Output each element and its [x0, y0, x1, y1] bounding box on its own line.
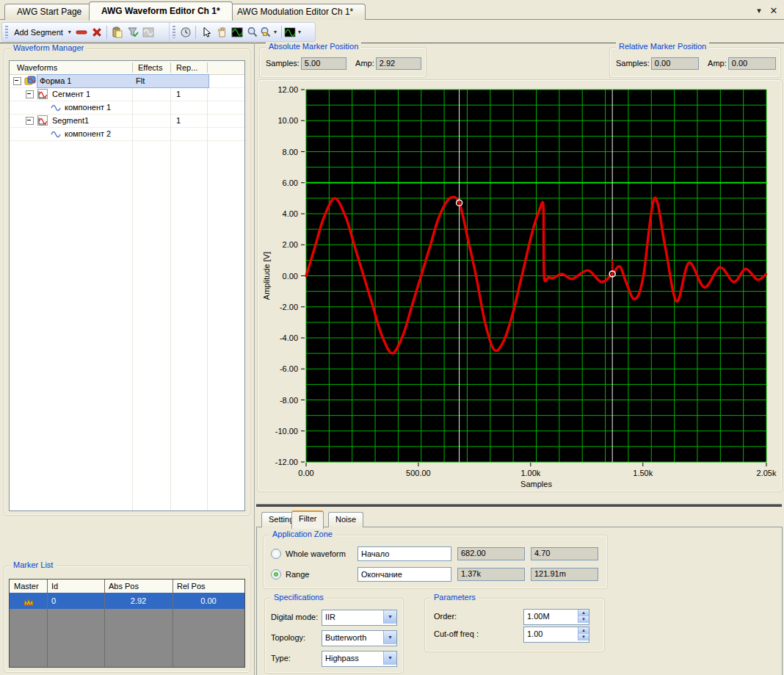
abs-samples-field[interactable]: 5.00	[301, 57, 346, 70]
filter-effect-button[interactable]	[125, 24, 140, 40]
expander-collapse-icon[interactable]	[26, 117, 34, 125]
marker-list-title: Marker List	[10, 560, 56, 569]
close-tab-button[interactable]: ✕	[768, 6, 780, 16]
col-header-waveforms[interactable]: Waveforms	[11, 61, 57, 74]
range-start-input[interactable]	[357, 546, 451, 561]
tab-awg-waveform-editor[interactable]: AWG Waveform Editor Ch 1*	[89, 1, 233, 21]
add-segment-dropdown-arrow-icon[interactable]: ▾	[66, 29, 73, 35]
cutoff-freq-value: 1.00	[527, 629, 542, 640]
range-start-amp-field[interactable]: 4.70	[531, 547, 598, 560]
pan-tool-button[interactable]	[214, 24, 229, 40]
range-label: Range	[286, 570, 309, 579]
marker-id-cell: 0	[51, 593, 95, 609]
abs-amp-label: Amp:	[355, 59, 374, 68]
range-end-value-field[interactable]: 1.37k	[457, 568, 525, 581]
svg-text:2.05k: 2.05k	[757, 469, 777, 477]
col-header-abs-pos[interactable]: Abs Pos	[109, 580, 139, 593]
tab-awg-modulation-editor[interactable]: AWG Modulation Editor Ch 1*	[225, 4, 366, 20]
waveform-chart-panel: -12.00-10.00-8.00-6.00-4.00-2.000.002.00…	[257, 79, 783, 492]
spin-down-icon[interactable]: ▼	[578, 616, 589, 623]
marker-list-table: Master Id Abs Pos Rel Pos 0 2.92 0.00	[9, 579, 245, 668]
waveform-chart[interactable]: -12.00-10.00-8.00-6.00-4.00-2.000.002.00…	[258, 80, 780, 490]
display-mode-dropdown-arrow-icon[interactable]: ▾	[296, 29, 303, 35]
add-segment-button[interactable]: Add Segment ▾	[10, 24, 73, 40]
svg-text:1.50k: 1.50k	[633, 469, 653, 477]
insert-waveform-button[interactable]	[140, 24, 156, 40]
range-end-amp-field[interactable]: 121.91m	[531, 568, 598, 581]
fit-waveform-button[interactable]	[229, 24, 244, 40]
tree-row-forma-1[interactable]: Форма 1 Flt	[10, 74, 244, 88]
combo-dropdown-arrow-icon[interactable]: ▼	[383, 610, 396, 624]
tree-row-component-2[interactable]: компонент 2	[10, 127, 244, 141]
relative-marker-title: Relative Marker Position	[616, 42, 709, 51]
svg-text:500.00: 500.00	[406, 469, 431, 477]
fit-waveform-icon	[231, 26, 243, 38]
tab-list-dropdown-button[interactable]: ▾	[753, 6, 765, 16]
svg-text:10.00: 10.00	[277, 116, 298, 125]
digital-mode-combo[interactable]: IIR ▼	[322, 610, 397, 626]
col-header-master[interactable]: Master	[14, 580, 39, 593]
tree-row-component-1[interactable]: компонент 1	[10, 101, 244, 115]
cutoff-freq-label: Cut-off freq :	[434, 627, 479, 641]
waveform-manager-title: Waveform Manager	[10, 43, 87, 52]
specifications-title: Specifications	[271, 593, 327, 602]
whole-waveform-radio[interactable]	[271, 549, 281, 559]
range-start-value-field[interactable]: 682.00	[457, 547, 525, 560]
master-cell	[10, 593, 47, 609]
toolbar-grip-2[interactable]	[173, 26, 175, 38]
topology-label: Topology:	[271, 630, 305, 645]
horizontal-splitter[interactable]	[256, 504, 782, 507]
col-header-effects[interactable]: Effects	[132, 61, 162, 74]
cutoff-freq-spinner[interactable]: 1.00 ▲▼	[523, 627, 589, 643]
abs-amp-field[interactable]: 2.92	[376, 57, 421, 70]
combo-dropdown-arrow-icon[interactable]: ▼	[383, 631, 396, 644]
waveform-folder-icon	[24, 75, 36, 87]
range-end-input[interactable]	[357, 567, 451, 582]
tree-row-segment1[interactable]: Segment1 1	[10, 114, 244, 128]
expander-collapse-icon[interactable]	[26, 90, 34, 98]
specifications-groupbox: Specifications Digital mode: IIR ▼ Topol…	[264, 598, 404, 674]
pointer-tool-button[interactable]	[198, 24, 214, 40]
spin-up-icon[interactable]: ▲	[578, 627, 589, 634]
toolbar-grip[interactable]	[5, 26, 8, 38]
add-segment-label: Add Segment	[10, 28, 66, 37]
rep-value: 1	[176, 114, 181, 127]
order-value: 1.00M	[527, 611, 550, 622]
svg-text:-12.00: -12.00	[275, 458, 298, 466]
panel-divider[interactable]	[254, 43, 255, 675]
rel-amp-field[interactable]: 0.00	[728, 57, 776, 70]
paste-button[interactable]	[109, 24, 125, 40]
order-label: Order:	[434, 609, 457, 624]
col-header-id[interactable]: Id	[51, 580, 58, 593]
expander-collapse-icon[interactable]	[13, 77, 21, 85]
toolbar-separator-3	[281, 26, 282, 39]
rel-samples-field[interactable]: 0.00	[651, 57, 699, 70]
spin-down-icon[interactable]: ▼	[578, 634, 589, 640]
spin-up-icon[interactable]: ▲	[578, 610, 589, 616]
toolbar-view-group: ▾ ▾	[169, 22, 316, 42]
display-mode-button[interactable]: ▾	[284, 24, 303, 40]
tab-noise[interactable]: Noise	[328, 512, 363, 527]
topology-value: Butterworth	[325, 632, 366, 643]
tab-awg-start-page[interactable]: AWG Start Page	[4, 4, 94, 20]
marker-row-0[interactable]: 0 2.92 0.00	[10, 593, 244, 609]
tree-item-label: компонент 1	[65, 101, 111, 114]
pointer-icon	[200, 26, 212, 38]
tab-filter[interactable]: Filter	[291, 510, 324, 529]
zoom-in-button[interactable]	[244, 24, 260, 40]
topology-combo[interactable]: Butterworth ▼	[322, 630, 397, 646]
tree-row-segment-1-ru[interactable]: Сегмент 1 1	[10, 87, 244, 101]
filter-type-combo[interactable]: Highpass ▼	[322, 651, 397, 667]
zoom-box-dropdown-arrow-icon[interactable]: ▾	[272, 29, 279, 35]
zoom-box-button[interactable]: ▾	[260, 24, 279, 40]
timer-button[interactable]	[178, 24, 193, 40]
remove-segment-button[interactable]	[73, 24, 89, 40]
order-spinner[interactable]: 1.00M ▲▼	[523, 609, 589, 625]
delete-icon	[91, 26, 103, 38]
combo-dropdown-arrow-icon[interactable]: ▼	[383, 651, 396, 665]
range-radio[interactable]	[271, 569, 281, 580]
whole-waveform-label: Whole waveform	[286, 549, 346, 558]
delete-button[interactable]	[89, 24, 104, 40]
col-header-rep[interactable]: Rep...	[170, 61, 197, 74]
col-header-rel-pos[interactable]: Rel Pos	[177, 580, 206, 593]
